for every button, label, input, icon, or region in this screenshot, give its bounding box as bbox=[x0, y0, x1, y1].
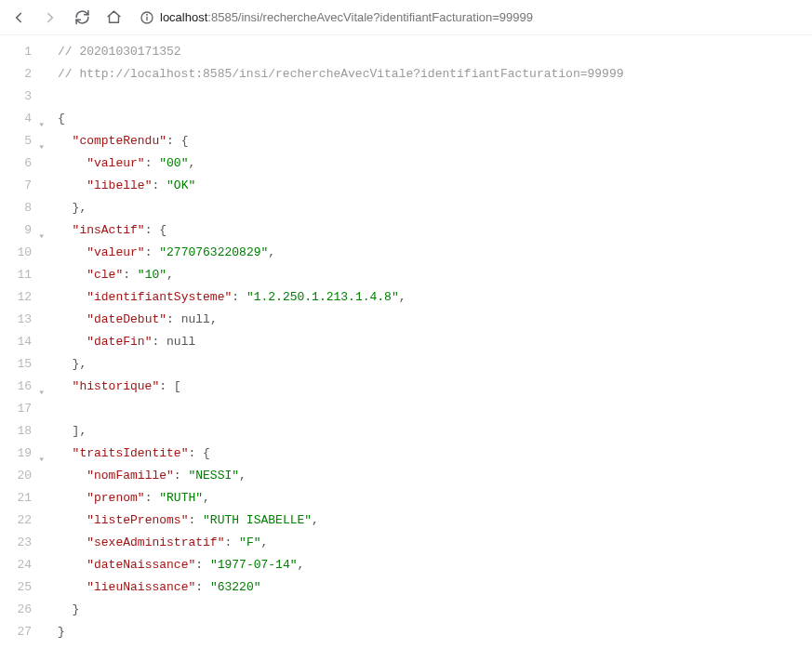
info-icon[interactable] bbox=[140, 10, 154, 25]
code-content[interactable]: // 20201030171352// http://localhost:858… bbox=[45, 35, 624, 648]
address-url: localhost:8585/insi/rechercheAvecVitale?… bbox=[160, 10, 533, 24]
line-number: 24 bbox=[0, 554, 45, 576]
line-number: 8 bbox=[0, 197, 45, 219]
line-number: 17 bbox=[0, 398, 45, 420]
json-viewer: 1234567891011121314151617181920212223242… bbox=[0, 35, 812, 648]
line-number: 21 bbox=[0, 487, 45, 509]
line-number: 22 bbox=[0, 509, 45, 532]
line-number[interactable]: 9 bbox=[0, 219, 45, 242]
line-number: 23 bbox=[0, 532, 45, 554]
line-number[interactable]: 5 bbox=[0, 130, 45, 152]
line-number: 1 bbox=[0, 41, 45, 63]
line-number: 20 bbox=[0, 465, 45, 487]
line-number: 27 bbox=[0, 621, 45, 643]
line-number: 25 bbox=[0, 576, 45, 599]
line-number: 26 bbox=[0, 599, 45, 621]
line-number: 11 bbox=[0, 264, 45, 286]
svg-point-2 bbox=[147, 14, 148, 15]
reload-button[interactable] bbox=[73, 8, 91, 27]
line-number: 10 bbox=[0, 242, 45, 264]
line-number[interactable]: 16 bbox=[0, 376, 45, 398]
home-button[interactable] bbox=[104, 8, 123, 27]
line-number: 13 bbox=[0, 309, 45, 331]
line-number: 2 bbox=[0, 63, 45, 86]
line-number: 3 bbox=[0, 86, 45, 108]
line-number: 6 bbox=[0, 152, 45, 175]
line-number[interactable]: 19 bbox=[0, 443, 45, 465]
back-button[interactable] bbox=[9, 8, 28, 27]
line-number: 15 bbox=[0, 353, 45, 376]
address-bar[interactable]: localhost:8585/insi/rechercheAvecVitale?… bbox=[136, 10, 803, 25]
forward-button[interactable] bbox=[41, 8, 60, 27]
browser-toolbar: localhost:8585/insi/rechercheAvecVitale?… bbox=[0, 0, 812, 35]
line-number: 12 bbox=[0, 286, 45, 309]
line-number[interactable]: 4 bbox=[0, 108, 45, 130]
line-number-gutter: 1234567891011121314151617181920212223242… bbox=[0, 35, 45, 648]
line-number: 18 bbox=[0, 420, 45, 443]
line-number: 7 bbox=[0, 175, 45, 197]
line-number: 14 bbox=[0, 331, 45, 353]
